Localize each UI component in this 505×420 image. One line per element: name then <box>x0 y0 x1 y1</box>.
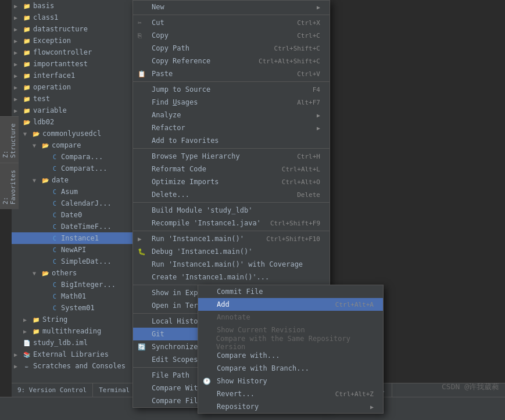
tree-label: class1 <box>33 13 58 21</box>
tree-item-instance1[interactable]: ▶ C Instance1 <box>12 232 145 244</box>
menu-item-find-usages[interactable]: Find Usages Alt+F7 <box>133 96 329 109</box>
menu-item-run[interactable]: ▶ Run 'Instance1.main()' Ctrl+Shift+F10 <box>133 232 329 245</box>
tree-item-exception[interactable]: ▶ 📁 Exception <box>12 35 145 46</box>
tree-item-ldb02[interactable]: ▼ 📂 ldb02 <box>12 116 145 128</box>
menu-item-create[interactable]: Create 'Instance1.main()'... <box>133 271 329 283</box>
git-menu-repository[interactable]: Repository ▶ <box>198 400 383 413</box>
menu-label: Optimize Imports <box>152 178 219 186</box>
scratch-icon: ✏ <box>22 361 31 371</box>
side-tab-structure[interactable]: Z: Structure <box>0 116 19 163</box>
tree-item-operation[interactable]: ▶ 📁 operation <box>12 81 145 93</box>
tree-item-simpledat[interactable]: ▶ C SimpleDat... <box>12 256 145 267</box>
git-menu-compare-branch[interactable]: Compare with Branch... <box>198 362 383 375</box>
menu-item-copy[interactable]: ⎘ Copy Ctrl+C <box>133 29 329 42</box>
arrow-icon: ▶ <box>14 26 22 33</box>
side-tab-favorites[interactable]: 2: Favorites <box>0 163 19 209</box>
menu-item-run-coverage[interactable]: Run 'Instance1.main()' with Coverage <box>133 258 329 271</box>
tree-label: interface1 <box>33 71 75 80</box>
menu-separator <box>133 81 329 82</box>
tree-item-external-libraries[interactable]: ▶ 📚 External Libraries <box>12 349 145 360</box>
menu-item-paste[interactable]: 📋 Paste Ctrl+V <box>133 67 329 80</box>
folder-icon: 📁 <box>22 82 31 92</box>
shortcut-label: Ctrl+Shift+F10 <box>266 235 320 243</box>
arrow-icon: ▶ <box>23 328 31 335</box>
menu-item-new[interactable]: New ▶ <box>133 1 329 13</box>
git-menu-revert[interactable]: Revert... Ctrl+Alt+Z <box>198 387 383 400</box>
menu-item-copy-reference[interactable]: Copy Reference Ctrl+Alt+Shift+C <box>133 55 329 67</box>
tree-item-test[interactable]: ▶ 📁 test <box>12 93 145 105</box>
menu-item-cut[interactable]: ✂ Cut Ctrl+X <box>133 16 329 29</box>
tree-item-interface1[interactable]: ▶ 📁 interface1 <box>12 70 145 81</box>
java-icon: C <box>50 257 59 266</box>
tree-item-compara1[interactable]: ▶ C Compara... <box>12 151 145 163</box>
tree-item-datastructure[interactable]: ▶ 📁 datastructure <box>12 23 145 35</box>
menu-item-build-module[interactable]: Build Module 'study_ldb' <box>133 204 329 217</box>
tree-item-calendarj[interactable]: ▶ C CalendarJ... <box>12 198 145 209</box>
menu-item-delete[interactable]: Delete... Delete <box>133 188 329 201</box>
menu-item-copy-path[interactable]: Copy Path Ctrl+Shift+C <box>133 42 329 55</box>
tab-version-control[interactable]: 9: Version Control <box>12 383 93 397</box>
submenu-arrow-icon: ▶ <box>317 125 320 131</box>
tree-item-string[interactable]: ▶ 📁 String <box>12 314 145 325</box>
git-menu-show-history[interactable]: 🕐 Show History <box>198 375 383 387</box>
side-tab-label: Z: Structure <box>2 121 17 158</box>
tree-item-multithreading[interactable]: ▶ 📁 multithreading <box>12 325 145 337</box>
tree-item-flowcontroller[interactable]: ▶ 📁 flowcontroller <box>12 46 145 58</box>
git-menu-commit-file[interactable]: Commit File <box>198 285 383 298</box>
tree-item-compare[interactable]: ▼ 📂 compare <box>12 139 145 151</box>
tree-label: date <box>52 176 69 184</box>
tree-item-newapi[interactable]: ▶ C NewAPI <box>12 244 145 256</box>
tree-item-class1[interactable]: ▶ 📁 class1 <box>12 12 145 23</box>
watermark: CSDN @许我葳蕤 <box>442 382 499 392</box>
tree-item-date[interactable]: ▼ 📂 date <box>12 174 145 186</box>
menu-item-optimize-imports[interactable]: Optimize Imports Ctrl+Alt+O <box>133 175 329 188</box>
shortcut-label: Alt+F7 <box>297 99 320 106</box>
tree-item-math01[interactable]: ▶ C Math01 <box>12 290 145 302</box>
shortcut-label: Ctrl+Alt+Z <box>335 390 374 398</box>
tree-item-study-ldb[interactable]: ▶ 📄 study_ldb.iml <box>12 337 145 349</box>
tree-item-basis[interactable]: ▶ 📁 basis <box>12 0 145 12</box>
tree-item-date0[interactable]: ▶ C Date0 <box>12 209 145 221</box>
tree-label: others <box>52 269 77 277</box>
app-container: ▶ 📁 basis ▶ 📁 class1 ▶ 📁 datastructure ▶… <box>0 0 505 420</box>
menu-item-recompile[interactable]: Recompile 'Instance1.java' Ctrl+Shift+F9 <box>133 217 329 229</box>
menu-item-jump-to-source[interactable]: Jump to Source F4 <box>133 83 329 96</box>
menu-label: Add to Favorites <box>152 137 219 145</box>
menu-label: Copy Path <box>152 44 189 52</box>
tree-item-importanttest[interactable]: ▶ 📁 importanttest <box>12 58 145 70</box>
menu-item-browse-hierarchy[interactable]: Browse Type Hierarchy Ctrl+H <box>133 150 329 163</box>
menu-separator <box>133 15 329 15</box>
menu-item-reformat[interactable]: Reformat Code Ctrl+Alt+L <box>133 163 329 175</box>
arrow-icon: ▶ <box>14 38 22 44</box>
java-icon: C <box>50 234 59 243</box>
tree-item-commonlyusedcl[interactable]: ▼ 📂 commonlyusedcl <box>12 128 145 139</box>
arrow-icon: ▼ <box>23 131 31 137</box>
tree-item-others[interactable]: ▼ 📂 others <box>12 267 145 279</box>
tree-item-scratches[interactable]: ▶ ✏ Scratches and Consoles <box>12 360 145 372</box>
arrow-icon: ▶ <box>14 363 22 369</box>
tree-item-datetimef[interactable]: ▶ C DateTimeF... <box>12 221 145 232</box>
menu-item-debug[interactable]: 🐛 Debug 'Instance1.main()' <box>133 245 329 258</box>
arrow-icon: ▼ <box>33 270 41 277</box>
arrow-icon: ▶ <box>14 73 22 79</box>
arrow-icon: ▶ <box>14 107 22 114</box>
tree-item-asum[interactable]: ▶ C Asum <box>12 186 145 198</box>
git-menu-compare[interactable]: Compare with... <box>198 349 383 362</box>
tree-item-system01[interactable]: ▶ C System01 <box>12 302 145 314</box>
menu-label: Run 'Instance1.main()' <box>152 235 244 243</box>
side-tab-label: 2: Favorites <box>2 168 17 204</box>
tab-terminal[interactable]: Terminal <box>93 383 136 397</box>
menu-item-add-favorites[interactable]: Add to Favorites <box>133 134 329 147</box>
menu-item-analyze[interactable]: Analyze ▶ <box>133 109 329 121</box>
tree-item-biginteger[interactable]: ▶ C BigInteger... <box>12 279 145 290</box>
tree-item-variable[interactable]: ▶ 📁 variable <box>12 105 145 116</box>
java-icon: C <box>50 199 59 208</box>
menu-label: Git <box>152 330 164 338</box>
git-menu-add[interactable]: Add Ctrl+Alt+A <box>198 298 383 311</box>
shortcut-label: Ctrl+Shift+F9 <box>270 220 320 227</box>
sync-icon: 🔄 <box>138 343 149 351</box>
menu-item-refactor[interactable]: Refactor ▶ <box>133 121 329 134</box>
tree-item-compara2[interactable]: ▶ C Comparat... <box>12 163 145 174</box>
tree-label: basis <box>33 2 54 10</box>
lib-icon: 📚 <box>22 350 31 359</box>
